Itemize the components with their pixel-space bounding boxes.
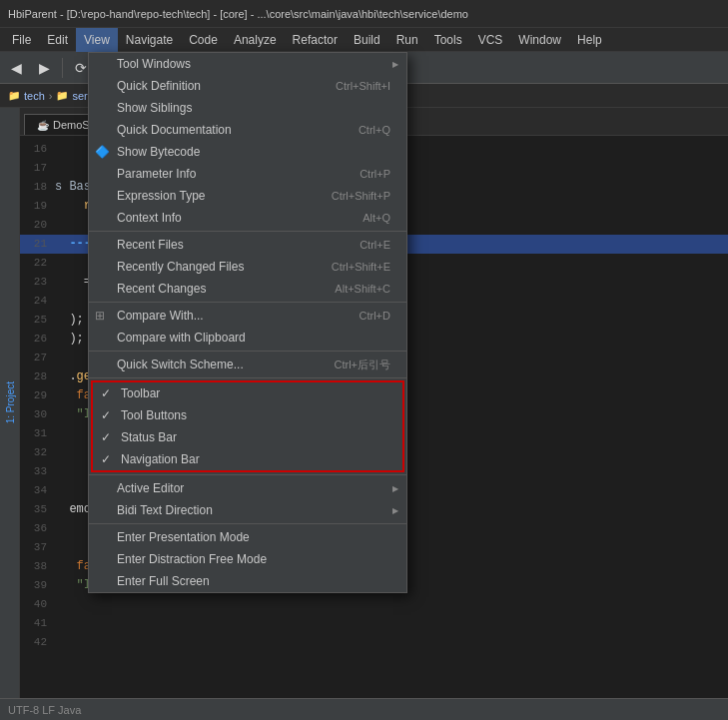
breadcrumb-tech[interactable]: tech [24, 90, 45, 102]
dropdown-sep3 [89, 351, 406, 352]
left-tabs: 1: Project Z: Structure [0, 108, 20, 698]
menu-item-compare-clipboard[interactable]: Compare with Clipboard [89, 327, 406, 349]
status-bar: UTF-8 LF Java [0, 698, 728, 720]
bytecode-icon: 🔷 [95, 145, 110, 159]
menu-item-quick-documentation-shortcut: Ctrl+Q [359, 124, 394, 136]
dropdown-sep6 [89, 523, 406, 524]
menu-item-recently-changed[interactable]: Recently Changed Files Ctrl+Shift+E [89, 256, 406, 278]
menu-item-context-info-shortcut: Alt+Q [363, 212, 394, 224]
menu-item-expression-type-label: Expression Type [117, 189, 206, 203]
menu-view[interactable]: View [76, 28, 118, 52]
menu-item-tool-buttons-label: Tool Buttons [121, 408, 187, 422]
menu-item-tool-windows[interactable]: Tool Windows [89, 53, 406, 75]
view-dropdown-menu: Tool Windows Quick Definition Ctrl+Shift… [88, 52, 407, 593]
menu-item-recent-files-label: Recent Files [117, 238, 184, 252]
title-bar: HbiParent - [D:\repo-hand\repo-tech\tech… [0, 0, 728, 28]
menu-item-context-info[interactable]: Context Info Alt+Q [89, 207, 406, 229]
menu-item-navigation-bar-label: Navigation Bar [121, 452, 200, 466]
menu-item-expression-type[interactable]: Expression Type Ctrl+Shift+P [89, 185, 406, 207]
code-line-40: 40 [20, 595, 728, 614]
toolbar-check: ✓ [101, 386, 111, 400]
menu-item-toolbar-label: Toolbar [121, 386, 160, 400]
title-text: HbiParent - [D:\repo-hand\repo-tech\tech… [8, 8, 468, 20]
menu-item-tool-windows-label: Tool Windows [117, 57, 191, 71]
toolbar-forward[interactable]: ▶ [32, 56, 56, 80]
menu-refactor[interactable]: Refactor [285, 28, 346, 52]
menu-item-show-bytecode[interactable]: 🔷 Show Bytecode [89, 141, 406, 163]
menu-item-distraction-label: Enter Distraction Free Mode [117, 552, 267, 566]
menu-item-toolbar[interactable]: ✓ Toolbar [93, 382, 402, 404]
menu-analyze[interactable]: Analyze [226, 28, 285, 52]
menu-item-recent-changes[interactable]: Recent Changes Alt+Shift+C [89, 278, 406, 300]
menu-item-quick-documentation-label: Quick Documentation [117, 123, 232, 137]
menu-item-quick-definition[interactable]: Quick Definition Ctrl+Shift+I [89, 75, 406, 97]
tab-project[interactable]: 1: Project [2, 373, 19, 431]
menu-item-distraction[interactable]: Enter Distraction Free Mode [89, 548, 406, 570]
status-info: UTF-8 LF Java [8, 704, 81, 716]
menu-item-recent-changes-label: Recent Changes [117, 282, 206, 296]
menu-item-presentation-label: Enter Presentation Mode [117, 530, 250, 544]
menu-build[interactable]: Build [346, 28, 388, 52]
code-line-42: 42 [20, 633, 728, 652]
menu-item-bidi-label: Bidi Text Direction [117, 503, 213, 517]
menu-item-context-info-label: Context Info [117, 211, 182, 225]
menu-item-quick-switch[interactable]: Quick Switch Scheme... Ctrl+后引号 [89, 354, 406, 375]
dropdown-sep5 [89, 474, 406, 475]
menu-run[interactable]: Run [388, 28, 426, 52]
menu-help[interactable]: Help [569, 28, 610, 52]
menu-code[interactable]: Code [181, 28, 226, 52]
menu-item-quick-switch-label: Quick Switch Scheme... [117, 358, 244, 371]
status-bar-check: ✓ [101, 430, 111, 444]
dropdown-sep2 [89, 302, 406, 303]
menu-item-compare-with-shortcut: Ctrl+D [360, 310, 394, 322]
menu-item-recent-files[interactable]: Recent Files Ctrl+E [89, 234, 406, 256]
menu-item-status-bar-label: Status Bar [121, 430, 177, 444]
tab-structure[interactable]: Z: Structure [0, 368, 2, 436]
checked-section: ✓ Toolbar ✓ Tool Buttons ✓ Status Bar ✓ … [91, 380, 404, 472]
menu-file[interactable]: File [4, 28, 39, 52]
menu-item-show-siblings[interactable]: Show Siblings [89, 97, 406, 119]
toolbar-back[interactable]: ◀ [4, 56, 28, 80]
menu-item-show-bytecode-label: Show Bytecode [117, 145, 200, 159]
menu-item-fullscreen[interactable]: Enter Full Screen [89, 570, 406, 592]
toolbar-sep1 [62, 58, 63, 78]
menu-item-tool-buttons[interactable]: ✓ Tool Buttons [93, 404, 402, 426]
menu-item-quick-documentation[interactable]: Quick Documentation Ctrl+Q [89, 119, 406, 141]
menu-item-bidi[interactable]: Bidi Text Direction [89, 499, 406, 521]
menu-tools[interactable]: Tools [426, 28, 470, 52]
menu-item-compare-clipboard-label: Compare with Clipboard [117, 331, 246, 345]
menu-item-active-editor[interactable]: Active Editor [89, 477, 406, 499]
menu-item-quick-definition-label: Quick Definition [117, 79, 201, 93]
menu-item-expression-type-shortcut: Ctrl+Shift+P [332, 190, 394, 202]
menu-item-compare-with[interactable]: ⊞ Compare With... Ctrl+D [89, 305, 406, 327]
menu-item-navigation-bar[interactable]: ✓ Navigation Bar [93, 448, 402, 470]
menu-window[interactable]: Window [510, 28, 569, 52]
menu-item-recent-files-shortcut: Ctrl+E [360, 239, 394, 251]
menu-item-active-editor-label: Active Editor [117, 481, 184, 495]
menu-bar: File Edit View Navigate Code Analyze Ref… [0, 28, 728, 52]
menu-item-parameter-info-shortcut: Ctrl+P [360, 168, 394, 180]
compare-icon: ⊞ [95, 309, 105, 323]
tool-buttons-check: ✓ [101, 408, 111, 422]
code-line-41: 41 [20, 614, 728, 633]
breadcrumb-sep1: › [49, 90, 53, 102]
menu-item-parameter-info[interactable]: Parameter Info Ctrl+P [89, 163, 406, 185]
menu-item-compare-with-label: Compare With... [117, 309, 204, 323]
menu-item-parameter-info-label: Parameter Info [117, 167, 196, 181]
dropdown-sep1 [89, 231, 406, 232]
menu-item-quick-definition-shortcut: Ctrl+Shift+I [336, 80, 394, 92]
menu-item-recently-changed-label: Recently Changed Files [117, 260, 244, 274]
menu-item-quick-switch-shortcut: Ctrl+后引号 [334, 358, 394, 372]
menu-vcs[interactable]: VCS [470, 28, 511, 52]
menu-edit[interactable]: Edit [39, 28, 76, 52]
navigation-bar-check: ✓ [101, 452, 111, 466]
menu-item-show-siblings-label: Show Siblings [117, 101, 192, 115]
menu-item-presentation[interactable]: Enter Presentation Mode [89, 526, 406, 548]
dropdown-sep4 [89, 377, 406, 378]
menu-item-status-bar[interactable]: ✓ Status Bar [93, 426, 402, 448]
menu-item-fullscreen-label: Enter Full Screen [117, 574, 210, 588]
menu-item-recently-changed-shortcut: Ctrl+Shift+E [332, 261, 394, 273]
menu-navigate[interactable]: Navigate [118, 28, 181, 52]
menu-item-recent-changes-shortcut: Alt+Shift+C [335, 283, 394, 295]
